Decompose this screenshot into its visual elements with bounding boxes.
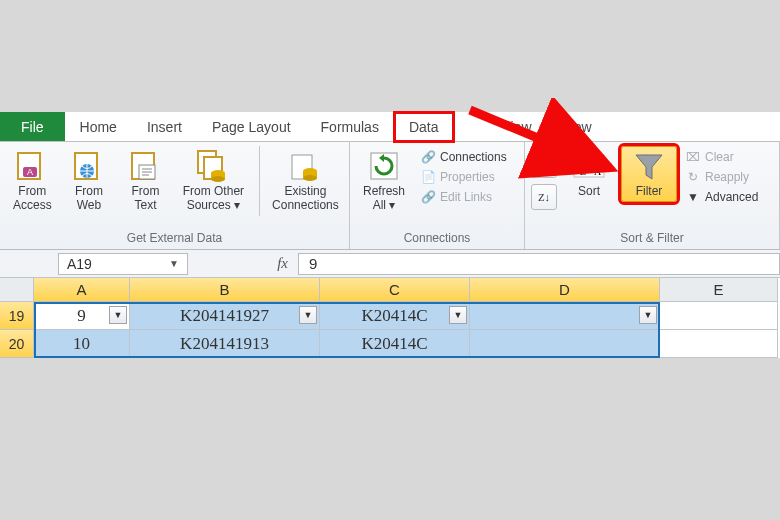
- col-header-C[interactable]: C: [320, 278, 470, 302]
- filter-arrow-A[interactable]: ▼: [109, 306, 127, 324]
- col-header-E[interactable]: E: [660, 278, 778, 302]
- advanced-button[interactable]: ▼ Advanced: [681, 188, 762, 206]
- refresh-all-button[interactable]: Refresh All ▾: [356, 146, 412, 216]
- refresh-icon: [367, 149, 401, 183]
- row-header-20[interactable]: 20: [0, 330, 34, 358]
- tab-home[interactable]: Home: [65, 112, 132, 141]
- group-sort-filter: A↓ Z↓ AZZA Sort Filter ⌧ Clear: [525, 142, 780, 249]
- sort-button[interactable]: AZZA Sort: [561, 146, 617, 202]
- connections-button[interactable]: 🔗 Connections: [416, 148, 511, 166]
- from-web-icon: [72, 149, 106, 183]
- group-connections: Refresh All ▾ 🔗 Connections 📄 Properties…: [350, 142, 525, 249]
- existing-connections-button[interactable]: Existing Connections: [268, 146, 343, 216]
- properties-icon: 📄: [420, 169, 436, 185]
- group-label-external: Get External Data: [6, 231, 343, 247]
- from-other-icon: [196, 149, 230, 183]
- from-text-button[interactable]: From Text: [119, 146, 172, 216]
- name-box-dropdown-icon[interactable]: ▼: [169, 258, 179, 269]
- from-other-label: From Other Sources ▾: [183, 185, 244, 213]
- svg-text:A: A: [594, 166, 602, 177]
- filter-button[interactable]: Filter: [621, 146, 677, 202]
- from-access-icon: A: [15, 149, 49, 183]
- cell-A20-value: 10: [73, 334, 90, 354]
- spreadsheet-grid: A B C D E 19 9 ▼ K204141927 ▼ K20414C ▼ …: [0, 278, 780, 358]
- tab-review[interactable]: iew: [496, 112, 547, 141]
- tab-insert[interactable]: Insert: [132, 112, 197, 141]
- filter-arrow-D[interactable]: ▼: [639, 306, 657, 324]
- cell-D19[interactable]: ▼: [470, 302, 660, 330]
- cell-B20[interactable]: K204141913: [130, 330, 320, 358]
- from-text-label: From Text: [132, 185, 160, 213]
- row-header-19[interactable]: 19: [0, 302, 34, 330]
- sort-icon: AZZA: [572, 149, 606, 183]
- excel-window: File Home Insert Page Layout Formulas Da…: [0, 112, 780, 358]
- clear-icon: ⌧: [685, 149, 701, 165]
- col-header-D[interactable]: D: [470, 278, 660, 302]
- reapply-button[interactable]: ↻ Reapply: [681, 168, 762, 186]
- formula-value: 9: [309, 255, 317, 272]
- tab-file[interactable]: File: [0, 112, 65, 141]
- svg-point-11: [211, 176, 225, 182]
- col-header-A[interactable]: A: [34, 278, 130, 302]
- ribbon-tabs: File Home Insert Page Layout Formulas Da…: [0, 112, 780, 142]
- cell-D20[interactable]: [470, 330, 660, 358]
- filter-arrow-B[interactable]: ▼: [299, 306, 317, 324]
- cell-C20-value: K20414C: [361, 334, 427, 354]
- edit-links-icon: 🔗: [420, 189, 436, 205]
- cell-A19-value: 9: [77, 306, 86, 326]
- column-headers: A B C D E: [0, 278, 780, 302]
- cell-B19-value: K204141927: [180, 306, 269, 326]
- from-web-button[interactable]: From Web: [63, 146, 116, 216]
- row-19: 19 9 ▼ K204141927 ▼ K20414C ▼ ▼: [0, 302, 780, 330]
- reapply-icon: ↻: [685, 169, 701, 185]
- from-access-label: From Access: [13, 185, 52, 213]
- advanced-icon: ▼: [685, 189, 701, 205]
- tab-data[interactable]: Data: [394, 112, 454, 142]
- properties-label: Properties: [440, 170, 495, 184]
- fx-label[interactable]: fx: [277, 255, 288, 272]
- cell-A20[interactable]: 10: [34, 330, 130, 358]
- properties-button[interactable]: 📄 Properties: [416, 168, 511, 186]
- from-text-icon: [129, 149, 163, 183]
- filter-arrow-C[interactable]: ▼: [449, 306, 467, 324]
- sort-za-button[interactable]: Z↓: [531, 184, 557, 210]
- refresh-all-label: Refresh All ▾: [363, 185, 405, 213]
- tab-page-layout[interactable]: Page Layout: [197, 112, 306, 141]
- advanced-label: Advanced: [705, 190, 758, 204]
- name-box[interactable]: A19 ▼: [58, 253, 188, 275]
- row-20: 20 10 K204141913 K20414C: [0, 330, 780, 358]
- sort-az-button[interactable]: A↓: [531, 152, 557, 178]
- formula-bar: A19 ▼ fx 9: [0, 250, 780, 278]
- svg-text:Z: Z: [580, 166, 586, 177]
- group-label-connections: Connections: [356, 231, 518, 247]
- svg-point-15: [303, 175, 317, 181]
- cell-E19[interactable]: [660, 302, 778, 330]
- sort-az-icon: A↓: [537, 159, 550, 171]
- clear-button[interactable]: ⌧ Clear: [681, 148, 762, 166]
- cell-B19[interactable]: K204141927 ▼: [130, 302, 320, 330]
- formula-input[interactable]: 9: [298, 253, 780, 275]
- tab-view[interactable]: View: [547, 112, 607, 141]
- tab-formulas[interactable]: Formulas: [306, 112, 394, 141]
- group-label-sortfilter: Sort & Filter: [531, 231, 773, 247]
- filter-label: Filter: [636, 185, 663, 199]
- reapply-label: Reapply: [705, 170, 749, 184]
- edit-links-label: Edit Links: [440, 190, 492, 204]
- cell-C19[interactable]: K20414C ▼: [320, 302, 470, 330]
- formula-bar-separator: fx: [188, 255, 298, 272]
- existing-connections-label: Existing Connections: [272, 185, 339, 213]
- col-header-B[interactable]: B: [130, 278, 320, 302]
- existing-connections-icon: [288, 149, 322, 183]
- name-box-value: A19: [67, 256, 92, 272]
- sort-za-icon: Z↓: [538, 191, 550, 203]
- sort-label: Sort: [578, 185, 600, 199]
- svg-text:A: A: [27, 167, 33, 177]
- edit-links-button[interactable]: 🔗 Edit Links: [416, 188, 511, 206]
- cell-E20[interactable]: [660, 330, 778, 358]
- cell-A19[interactable]: 9 ▼: [34, 302, 130, 330]
- from-other-sources-button[interactable]: From Other Sources ▾: [176, 146, 251, 216]
- select-all-corner[interactable]: [0, 278, 34, 302]
- cell-C20[interactable]: K20414C: [320, 330, 470, 358]
- group-get-external-data: A From Access From Web From Text From Ot…: [0, 142, 350, 249]
- from-access-button[interactable]: A From Access: [6, 146, 59, 216]
